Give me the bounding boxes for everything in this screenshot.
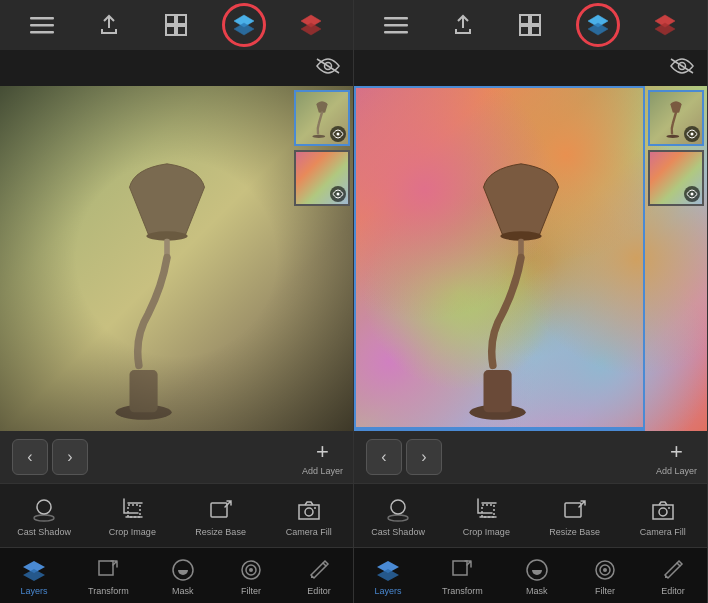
left-forward-btn[interactable]: › <box>52 439 88 475</box>
right-camera-fill-label: Camera Fill <box>640 527 686 537</box>
left-canvas <box>0 86 353 431</box>
right-tab-editor-label: Editor <box>661 586 685 596</box>
right-resize-base-label: Resize Base <box>549 527 600 537</box>
right-forward-btn[interactable]: › <box>406 439 442 475</box>
right-crop-image-tool[interactable]: Crop Image <box>451 494 521 537</box>
layers-icon-left[interactable] <box>228 9 260 41</box>
left-layer-thumbs <box>291 86 353 431</box>
left-cast-shadow-label: Cast Shadow <box>17 527 71 537</box>
right-camera-fill-tool[interactable]: Camera Fill <box>628 494 698 537</box>
left-back-btn[interactable]: ‹ <box>12 439 48 475</box>
stack-icon-left[interactable] <box>295 9 327 41</box>
svg-point-49 <box>691 133 694 136</box>
left-tab-transform-label: Transform <box>88 586 129 596</box>
left-tab-layers[interactable]: Layers <box>14 552 54 600</box>
right-resize-base-tool[interactable]: Resize Base <box>540 494 610 537</box>
right-tab-filter[interactable]: Filter <box>585 552 625 600</box>
left-tab-editor[interactable]: Editor <box>299 552 339 600</box>
right-canvas <box>354 86 707 431</box>
svg-rect-59 <box>453 561 467 575</box>
cast-shadow-icon <box>29 494 59 524</box>
stack-icon-right[interactable] <box>649 9 681 41</box>
right-grid-icon[interactable] <box>514 9 546 41</box>
svg-marker-58 <box>377 569 399 581</box>
eye-icon-left[interactable] <box>315 56 341 81</box>
svg-point-31 <box>249 568 253 572</box>
left-tab-mask[interactable]: Mask <box>163 552 203 600</box>
right-tab-layers-label: Layers <box>375 586 402 596</box>
left-tab-editor-label: Editor <box>307 586 331 596</box>
right-back-btn[interactable]: ‹ <box>366 439 402 475</box>
left-tab-filter[interactable]: Filter <box>231 552 271 600</box>
right-add-layer-label: Add Layer <box>656 466 697 476</box>
svg-point-51 <box>391 500 405 514</box>
left-cast-shadow-tool[interactable]: Cast Shadow <box>9 494 79 537</box>
right-nav-arrows: ‹ › <box>366 439 442 475</box>
left-add-plus-icon: + <box>308 438 336 466</box>
left-layer-thumb-1[interactable] <box>294 90 350 146</box>
left-camera-fill-label: Camera Fill <box>286 527 332 537</box>
svg-marker-40 <box>588 23 608 35</box>
svg-marker-42 <box>655 23 675 35</box>
right-tab-bar: Layers Transform Mask <box>354 547 707 603</box>
right-tab-layers[interactable]: Layers <box>368 552 408 600</box>
svg-point-17 <box>337 133 340 136</box>
svg-rect-3 <box>166 15 175 24</box>
crop-image-icon <box>117 494 147 524</box>
right-share-icon[interactable] <box>447 9 479 41</box>
svg-rect-4 <box>177 15 186 24</box>
eye-icon-right[interactable] <box>669 56 695 80</box>
left-tab-mask-label: Mask <box>172 586 194 596</box>
left-add-layer-label: Add Layer <box>302 466 343 476</box>
right-add-layer-btn[interactable]: + Add Layer <box>656 438 697 476</box>
left-tab-editor-icon <box>305 556 333 584</box>
menu-icon[interactable] <box>26 9 58 41</box>
right-layer-thumb-1[interactable] <box>648 90 704 146</box>
right-layer-thumb-2[interactable] <box>648 150 704 206</box>
right-menu-icon[interactable] <box>380 9 412 41</box>
right-cast-shadow-label: Cast Shadow <box>371 527 425 537</box>
svg-point-16 <box>312 135 325 138</box>
svg-marker-26 <box>23 569 45 581</box>
left-add-layer-btn[interactable]: + Add Layer <box>302 438 343 476</box>
right-tab-filter-label: Filter <box>595 586 615 596</box>
right-tab-mask[interactable]: Mask <box>517 552 557 600</box>
svg-rect-6 <box>177 26 186 35</box>
left-nav-arrows: ‹ › <box>12 439 88 475</box>
svg-rect-47 <box>483 370 511 412</box>
svg-point-52 <box>388 515 408 521</box>
left-camera-fill-tool[interactable]: Camera Fill <box>274 494 344 537</box>
right-layer-thumbs <box>645 86 707 431</box>
left-layer-thumb-2[interactable] <box>294 150 350 206</box>
svg-rect-35 <box>520 15 529 24</box>
right-tab-transform[interactable]: Transform <box>436 552 489 600</box>
right-eye-area <box>354 50 707 86</box>
right-tab-mask-label: Mask <box>526 586 548 596</box>
left-crop-image-tool[interactable]: Crop Image <box>97 494 167 537</box>
right-add-plus-icon: + <box>662 438 690 466</box>
right-nav-bar: ‹ › + Add Layer <box>354 431 707 483</box>
layers-icon-right[interactable] <box>582 9 614 41</box>
right-tab-transform-icon <box>448 556 476 584</box>
right-thumb2-eye[interactable] <box>684 186 700 202</box>
svg-rect-32 <box>384 17 408 20</box>
left-nav-bar: ‹ › + Add Layer <box>0 431 353 483</box>
svg-point-63 <box>603 568 607 572</box>
left-resize-base-tool[interactable]: Resize Base <box>186 494 256 537</box>
grid-icon[interactable] <box>160 9 192 41</box>
left-thumb1-eye[interactable] <box>330 126 346 142</box>
svg-point-18 <box>337 193 340 196</box>
right-crop-image-label: Crop Image <box>463 527 510 537</box>
right-tab-filter-icon <box>591 556 619 584</box>
right-cast-shadow-tool[interactable]: Cast Shadow <box>363 494 433 537</box>
svg-point-20 <box>34 515 54 521</box>
svg-point-19 <box>37 500 51 514</box>
svg-rect-34 <box>384 31 408 34</box>
share-icon[interactable] <box>93 9 125 41</box>
right-thumb1-eye[interactable] <box>684 126 700 142</box>
right-tab-editor[interactable]: Editor <box>653 552 693 600</box>
svg-rect-54 <box>565 503 581 517</box>
camera-fill-icon <box>294 494 324 524</box>
left-tab-transform[interactable]: Transform <box>82 552 135 600</box>
left-thumb2-eye[interactable] <box>330 186 346 202</box>
